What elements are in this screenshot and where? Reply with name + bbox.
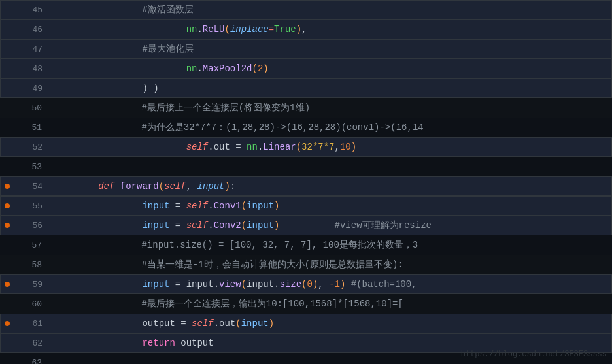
line-number: 57 [31, 240, 42, 250]
line-content: #最后接一个全连接层，输出为10:[100,1568]*[1568,10]=[ [47, 294, 403, 314]
line-content: ) ) [48, 78, 159, 98]
line-number: 58 [31, 260, 42, 270]
line-number: 50 [31, 103, 42, 113]
line-content: #当某一维是-1时，会自动计算他的大小(原则是总数据量不变): [47, 255, 403, 274]
line-gutter: 47 [1, 44, 48, 54]
line-content: self.out = nn.Linear(32*7*7,10) [48, 137, 356, 157]
line-number: 48 [32, 64, 42, 74]
line-gutter: 63 [0, 358, 47, 365]
line-content: def forward(self, input): [48, 176, 235, 196]
code-line: 47 #最大池化层 [0, 39, 612, 59]
code-line: 50 #最后接上一个全连接层(将图像变为1维) [0, 98, 612, 118]
line-gutter: 51 [0, 123, 47, 133]
line-gutter: 50 [0, 103, 47, 113]
code-line: 56 input = self.Conv2(input) #view可理解为re… [0, 216, 612, 235]
line-gutter: 53 [0, 162, 47, 172]
code-line: 60 #最后接一个全连接层，输出为10:[100,1568]*[1568,10]… [0, 294, 612, 314]
line-gutter: 45 [1, 5, 48, 15]
watermark: https://blog.csdn.net/SESESssss [461, 350, 607, 359]
line-number: 60 [31, 299, 42, 309]
breakpoint-dot[interactable] [5, 184, 10, 189]
line-content: #最后接上一个全连接层(将图像变为1维) [47, 98, 310, 118]
line-gutter: 48 [1, 64, 48, 74]
breakpoint-dot[interactable] [5, 321, 10, 326]
line-gutter: 49 [1, 84, 48, 93]
line-content: nn.ReLU(inplace=True), [48, 20, 307, 39]
line-number: 54 [32, 182, 42, 191]
line-gutter: 57 [0, 240, 47, 250]
line-content: #input.size() = [100, 32, 7, 7], 100是每批次… [47, 235, 418, 255]
line-number: 59 [32, 280, 42, 290]
breakpoint-dot[interactable] [5, 223, 10, 228]
breakpoint-dot[interactable] [5, 203, 10, 208]
line-number: 63 [31, 358, 42, 365]
line-content: #激活函数层 [48, 0, 194, 20]
line-number: 49 [32, 84, 42, 93]
code-line: 53 [0, 157, 612, 176]
line-gutter: 52 [1, 142, 48, 152]
code-line: 52 self.out = nn.Linear(32*7*7,10) [0, 137, 612, 157]
line-content: output = self.out(input) [48, 314, 274, 333]
code-line: 51 #为什么是32*7*7：(1,28,28)->(16,28,28)(con… [0, 118, 612, 137]
code-line: 46 nn.ReLU(inplace=True), [0, 20, 612, 39]
breakpoint-dot[interactable] [5, 282, 10, 287]
code-editor: 45 #激活函数层46 nn.ReLU(inplace=True),47 #最大… [0, 0, 612, 364]
line-number: 56 [32, 221, 42, 231]
line-content: nn.MaxPool2d(2) [48, 59, 269, 78]
code-line: 61 output = self.out(input) [0, 314, 612, 333]
code-line: 48 nn.MaxPool2d(2) [0, 59, 612, 78]
line-gutter: 60 [0, 299, 47, 309]
code-line: 45 #激活函数层 [0, 0, 612, 20]
line-number: 46 [32, 25, 42, 35]
line-number: 45 [32, 5, 42, 15]
code-line: 59 input = input.view(input.size(0), -1)… [0, 274, 612, 294]
line-number: 61 [32, 319, 42, 329]
line-number: 52 [32, 142, 42, 152]
code-line: 55 input = self.Conv1(input) [0, 196, 612, 216]
line-gutter: 54 [1, 182, 48, 191]
line-number: 47 [32, 44, 42, 54]
line-number: 51 [31, 123, 42, 133]
line-gutter: 59 [1, 280, 48, 290]
line-gutter: 46 [1, 25, 48, 35]
code-line: 54 def forward(self, input): [0, 176, 612, 196]
code-line: 57 #input.size() = [100, 32, 7, 7], 100是… [0, 235, 612, 255]
line-gutter: 62 [1, 339, 48, 348]
line-gutter: 58 [0, 260, 47, 270]
line-content: input = input.view(input.size(0), -1) #(… [48, 274, 422, 294]
code-line: 49 ) ) [0, 78, 612, 98]
code-line: 58 #当某一维是-1时，会自动计算他的大小(原则是总数据量不变): [0, 255, 612, 274]
line-number: 62 [32, 339, 42, 348]
line-number: 53 [31, 162, 42, 172]
line-gutter: 56 [1, 221, 48, 231]
line-gutter: 61 [1, 319, 48, 329]
line-content: return output [48, 333, 214, 353]
line-content: #最大池化层 [48, 39, 194, 59]
line-gutter: 55 [1, 201, 48, 211]
line-content: input = self.Conv2(input) #view可理解为resiz… [48, 216, 437, 235]
line-content: input = self.Conv1(input) [48, 196, 280, 216]
line-number: 55 [32, 201, 42, 211]
line-content: #为什么是32*7*7：(1,28,28)->(16,28,28)(conv1)… [47, 118, 424, 137]
